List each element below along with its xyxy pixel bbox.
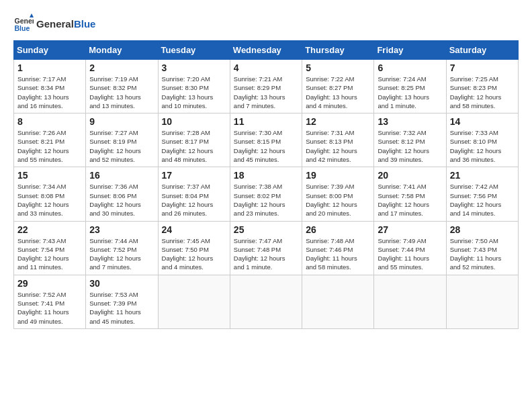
- day-number: 27: [378, 224, 442, 235]
- calendar-cell: 10Sunrise: 7:28 AM Sunset: 8:17 PM Dayli…: [158, 113, 230, 167]
- calendar-cell: 15Sunrise: 7:34 AM Sunset: 8:08 PM Dayli…: [14, 167, 86, 221]
- day-info: Sunrise: 7:26 AM Sunset: 8:21 PM Dayligh…: [17, 128, 82, 164]
- day-number: 24: [162, 224, 226, 235]
- col-header-friday: Friday: [374, 41, 446, 60]
- day-number: 5: [306, 62, 370, 73]
- day-number: 4: [234, 62, 298, 73]
- day-info: Sunrise: 7:42 AM Sunset: 7:56 PM Dayligh…: [450, 182, 515, 218]
- day-info: Sunrise: 7:38 AM Sunset: 8:02 PM Dayligh…: [234, 182, 298, 218]
- col-header-tuesday: Tuesday: [158, 41, 230, 60]
- day-number: 17: [162, 170, 226, 181]
- day-number: 26: [306, 224, 370, 235]
- calendar-cell: 24Sunrise: 7:45 AM Sunset: 7:50 PM Dayli…: [158, 221, 230, 275]
- day-number: 10: [162, 116, 226, 127]
- calendar-cell: 7Sunrise: 7:25 AM Sunset: 8:23 PM Daylig…: [446, 60, 518, 113]
- logo-text: GeneralBlue: [36, 18, 95, 30]
- calendar-cell: 9Sunrise: 7:27 AM Sunset: 8:19 PM Daylig…: [86, 113, 158, 167]
- day-info: Sunrise: 7:24 AM Sunset: 8:25 PM Dayligh…: [378, 75, 442, 110]
- calendar-week-row: 1Sunrise: 7:17 AM Sunset: 8:34 PM Daylig…: [14, 60, 519, 113]
- col-header-wednesday: Wednesday: [230, 41, 302, 60]
- day-number: 30: [89, 278, 154, 289]
- day-number: 7: [450, 62, 515, 73]
- day-info: Sunrise: 7:34 AM Sunset: 8:08 PM Dayligh…: [17, 182, 82, 218]
- day-number: 18: [234, 170, 298, 181]
- col-header-monday: Monday: [86, 41, 158, 60]
- calendar-cell: 19Sunrise: 7:39 AM Sunset: 8:00 PM Dayli…: [302, 167, 374, 221]
- calendar-cell: [302, 275, 374, 328]
- calendar-cell: [230, 275, 302, 328]
- day-number: 13: [378, 116, 442, 127]
- day-info: Sunrise: 7:53 AM Sunset: 7:39 PM Dayligh…: [89, 290, 154, 326]
- day-info: Sunrise: 7:19 AM Sunset: 8:32 PM Dayligh…: [89, 75, 154, 110]
- logo: General Blue GeneralBlue: [13, 13, 95, 34]
- calendar-cell: [158, 275, 230, 328]
- calendar-cell: 26Sunrise: 7:48 AM Sunset: 7:46 PM Dayli…: [302, 221, 374, 275]
- day-info: Sunrise: 7:48 AM Sunset: 7:46 PM Dayligh…: [306, 236, 370, 272]
- day-info: Sunrise: 7:31 AM Sunset: 8:13 PM Dayligh…: [306, 128, 370, 164]
- day-number: 22: [17, 224, 82, 235]
- calendar-header-row: SundayMondayTuesdayWednesdayThursdayFrid…: [14, 41, 519, 60]
- calendar-week-row: 29Sunrise: 7:52 AM Sunset: 7:41 PM Dayli…: [14, 275, 519, 328]
- calendar-cell: [374, 275, 446, 328]
- col-header-thursday: Thursday: [302, 41, 374, 60]
- day-info: Sunrise: 7:41 AM Sunset: 7:58 PM Dayligh…: [378, 182, 442, 218]
- calendar-cell: 13Sunrise: 7:32 AM Sunset: 8:12 PM Dayli…: [374, 113, 446, 167]
- day-number: 16: [89, 170, 154, 181]
- day-number: 29: [17, 278, 82, 289]
- day-info: Sunrise: 7:47 AM Sunset: 7:48 PM Dayligh…: [234, 236, 298, 272]
- calendar-cell: 12Sunrise: 7:31 AM Sunset: 8:13 PM Dayli…: [302, 113, 374, 167]
- calendar-week-row: 15Sunrise: 7:34 AM Sunset: 8:08 PM Dayli…: [14, 167, 519, 221]
- calendar-cell: 6Sunrise: 7:24 AM Sunset: 8:25 PM Daylig…: [374, 60, 446, 113]
- calendar-cell: 1Sunrise: 7:17 AM Sunset: 8:34 PM Daylig…: [14, 60, 86, 113]
- day-info: Sunrise: 7:52 AM Sunset: 7:41 PM Dayligh…: [17, 290, 82, 326]
- day-info: Sunrise: 7:37 AM Sunset: 8:04 PM Dayligh…: [162, 182, 226, 218]
- calendar-cell: 29Sunrise: 7:52 AM Sunset: 7:41 PM Dayli…: [14, 275, 86, 328]
- day-info: Sunrise: 7:20 AM Sunset: 8:30 PM Dayligh…: [162, 75, 226, 110]
- day-number: 23: [89, 224, 154, 235]
- day-number: 1: [17, 62, 82, 73]
- col-header-sunday: Sunday: [14, 41, 86, 60]
- calendar-table: SundayMondayTuesdayWednesdayThursdayFrid…: [13, 40, 519, 329]
- calendar-week-row: 8Sunrise: 7:26 AM Sunset: 8:21 PM Daylig…: [14, 113, 519, 167]
- calendar-cell: 2Sunrise: 7:19 AM Sunset: 8:32 PM Daylig…: [86, 60, 158, 113]
- calendar-cell: 21Sunrise: 7:42 AM Sunset: 7:56 PM Dayli…: [446, 167, 518, 221]
- calendar-cell: 18Sunrise: 7:38 AM Sunset: 8:02 PM Dayli…: [230, 167, 302, 221]
- col-header-saturday: Saturday: [446, 41, 518, 60]
- page-header: General Blue GeneralBlue: [13, 13, 519, 34]
- day-number: 8: [17, 116, 82, 127]
- day-info: Sunrise: 7:21 AM Sunset: 8:29 PM Dayligh…: [234, 75, 298, 110]
- day-number: 9: [89, 116, 154, 127]
- day-info: Sunrise: 7:43 AM Sunset: 7:54 PM Dayligh…: [17, 236, 82, 272]
- calendar-cell: 4Sunrise: 7:21 AM Sunset: 8:29 PM Daylig…: [230, 60, 302, 113]
- day-number: 28: [450, 224, 515, 235]
- day-number: 20: [378, 170, 442, 181]
- calendar-cell: 14Sunrise: 7:33 AM Sunset: 8:10 PM Dayli…: [446, 113, 518, 167]
- calendar-cell: 30Sunrise: 7:53 AM Sunset: 7:39 PM Dayli…: [86, 275, 158, 328]
- day-info: Sunrise: 7:17 AM Sunset: 8:34 PM Dayligh…: [17, 75, 82, 110]
- day-info: Sunrise: 7:30 AM Sunset: 8:15 PM Dayligh…: [234, 128, 298, 164]
- calendar-cell: 23Sunrise: 7:44 AM Sunset: 7:52 PM Dayli…: [86, 221, 158, 275]
- calendar-cell: 8Sunrise: 7:26 AM Sunset: 8:21 PM Daylig…: [14, 113, 86, 167]
- day-number: 6: [378, 62, 442, 73]
- calendar-cell: 3Sunrise: 7:20 AM Sunset: 8:30 PM Daylig…: [158, 60, 230, 113]
- day-info: Sunrise: 7:50 AM Sunset: 7:43 PM Dayligh…: [450, 236, 515, 272]
- calendar-cell: 20Sunrise: 7:41 AM Sunset: 7:58 PM Dayli…: [374, 167, 446, 221]
- svg-marker-2: [30, 13, 34, 17]
- day-info: Sunrise: 7:27 AM Sunset: 8:19 PM Dayligh…: [89, 128, 154, 164]
- calendar-cell: 22Sunrise: 7:43 AM Sunset: 7:54 PM Dayli…: [14, 221, 86, 275]
- logo-icon: General Blue: [13, 13, 34, 34]
- day-number: 12: [306, 116, 370, 127]
- calendar-cell: 5Sunrise: 7:22 AM Sunset: 8:27 PM Daylig…: [302, 60, 374, 113]
- day-info: Sunrise: 7:44 AM Sunset: 7:52 PM Dayligh…: [89, 236, 154, 272]
- day-number: 15: [17, 170, 82, 181]
- svg-text:Blue: Blue: [15, 24, 30, 32]
- calendar-cell: 11Sunrise: 7:30 AM Sunset: 8:15 PM Dayli…: [230, 113, 302, 167]
- day-number: 2: [89, 62, 154, 73]
- calendar-cell: 25Sunrise: 7:47 AM Sunset: 7:48 PM Dayli…: [230, 221, 302, 275]
- day-info: Sunrise: 7:33 AM Sunset: 8:10 PM Dayligh…: [450, 128, 515, 164]
- day-number: 14: [450, 116, 515, 127]
- day-number: 11: [234, 116, 298, 127]
- day-info: Sunrise: 7:49 AM Sunset: 7:44 PM Dayligh…: [378, 236, 442, 272]
- calendar-week-row: 22Sunrise: 7:43 AM Sunset: 7:54 PM Dayli…: [14, 221, 519, 275]
- calendar-cell: [446, 275, 518, 328]
